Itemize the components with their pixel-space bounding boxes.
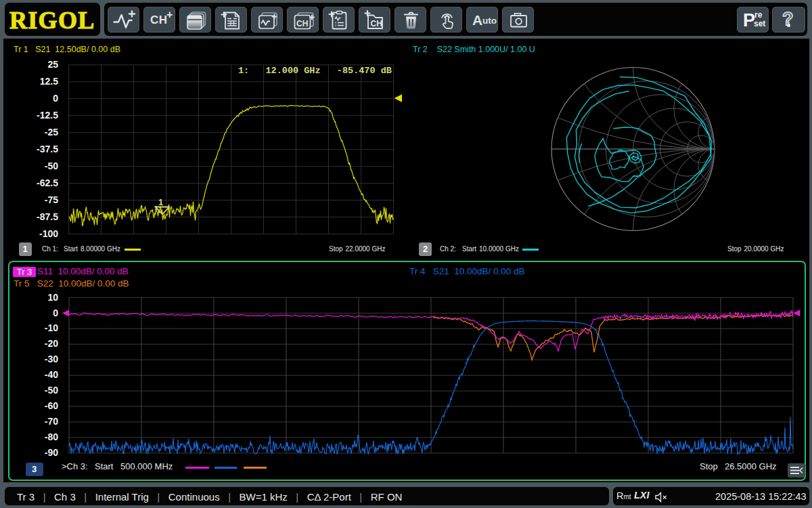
svg-text:1: 1 bbox=[158, 197, 163, 207]
svg-text:CH: CH bbox=[371, 18, 382, 28]
svg-text:CH: CH bbox=[296, 18, 308, 28]
